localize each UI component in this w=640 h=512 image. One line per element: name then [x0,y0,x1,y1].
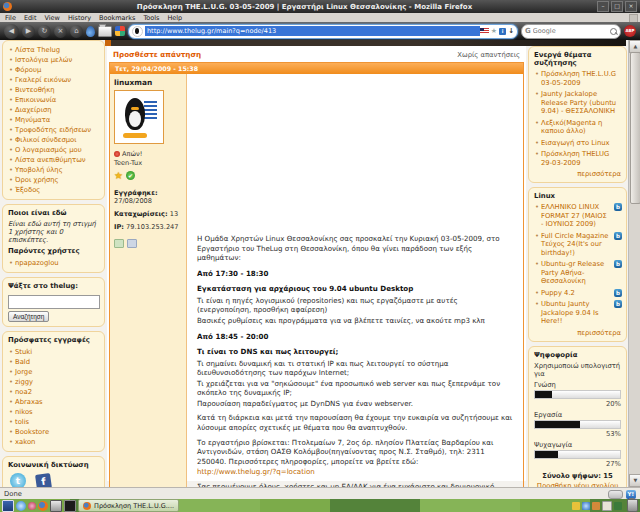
nav-item-terms[interactable]: Όροι χρήσης [8,175,99,185]
scrollbar-thumb[interactable] [630,52,640,204]
tray-updates-icon[interactable] [572,502,580,510]
tray-misc-icon[interactable] [614,502,622,510]
recent-user[interactable]: tolis [8,417,99,427]
app-launcher-icon[interactable] [28,502,36,510]
linux-news-item[interactable]: Ubuntu Jaunty Jackalope 9.04 Is Here!!b [534,300,621,326]
location-link[interactable]: http://www.thelug.gr/?q=location [197,467,315,476]
recent-user[interactable]: Stuki [8,347,99,357]
menu-view[interactable]: View [44,14,59,22]
menu-edit[interactable]: Edit [24,14,37,22]
menu-history[interactable]: History [68,14,91,22]
taskbar-window-button[interactable]: Πρόσκληση THE.L.U.G.... [78,499,179,512]
menu-tools[interactable]: Tools [143,14,159,22]
poll-bar [534,420,621,429]
add-reply-link[interactable]: Προσθέστε απάντηση [113,50,201,59]
nav-item-submit[interactable]: Υποβολή ύλης [8,165,99,175]
bookmark-star-icon[interactable]: ★ [491,28,497,35]
facebook-icon[interactable]: f [35,473,52,487]
adblock-plus-icon[interactable]: ABP [624,25,636,37]
web-search-box[interactable]: G [521,24,621,39]
tray-network-icon[interactable] [582,502,590,510]
recent-user[interactable]: xakon [8,437,99,447]
terminal-icon[interactable] [64,500,76,512]
greek-flag-icon [144,101,157,120]
nav-item-my-account[interactable]: Ο λογαριασμός μου [8,145,99,155]
site-search-button[interactable]: Αναζήτηση [8,311,49,322]
web-browser-launcher-icon[interactable] [16,501,26,511]
vertical-scrollbar[interactable]: ▲ ▼ [628,40,640,487]
topic-item[interactable]: Πρόσκληση THELUG 29-03-2009 [534,150,621,167]
nav-item-spam-list[interactable]: Λίστα ανεπιθύμητων [8,155,99,165]
maximize-button[interactable]: □ [611,1,623,12]
file-manager-icon[interactable] [50,500,62,512]
stop-button[interactable]: × [54,25,67,38]
topics-more-link[interactable]: περισσότερα [534,170,621,178]
topic-item[interactable]: Jaunty Jackalope Release Party (ubuntu 9… [534,90,621,116]
nav-item-lista-thelug[interactable]: Λίστα Thelug [8,45,99,55]
forward-button[interactable]: ▶ [22,25,35,38]
navigation-toolbar: ◀ ▶ ↻ × ⌂ http://www.thelug.gr/main?q=no… [0,22,640,40]
trash-icon[interactable] [627,499,638,512]
recent-user[interactable]: noa2 [8,387,99,397]
url-input[interactable]: http://www.thelug.gr/main?q=node/413 [145,26,480,36]
menu-help[interactable]: Help [167,14,182,22]
search-magnifier-icon[interactable] [610,28,617,35]
minimize-button[interactable]: – [597,1,609,12]
tray-notes-icon[interactable] [602,501,612,511]
recent-user[interactable]: Abraxas [8,397,99,407]
scroll-down-icon[interactable]: ▼ [629,474,640,487]
nav-item-admin[interactable]: Διαχείριση [8,105,99,115]
locale-flag-icon[interactable] [480,28,489,34]
linux-news-item[interactable]: Full Circle Magazine Τεύχος 24(It's our … [534,232,621,258]
page-info-icon[interactable]: i [499,28,506,35]
firefox-launcher-icon[interactable] [38,501,48,511]
nav-item-messages[interactable]: Μηνύματα [8,115,99,125]
present-user[interactable]: npapazoglou [8,258,99,268]
site-search-input[interactable] [8,295,100,309]
web-search-input[interactable] [531,26,610,36]
linux-news-item[interactable]: ΕΛΛΗΝΙΚΟ LINUX FORMAT 27 (ΜΑΙΟΣ - ΙΟΥΝΙΟ… [534,203,621,229]
menu-bookmarks[interactable]: Bookmarks [99,14,135,22]
linux-news-item[interactable]: Puppy 4.2b [534,289,621,298]
poll-bar [534,450,621,459]
reload-button[interactable]: ↻ [38,25,51,38]
who-is-here-text: Είναι εδώ αυτή τη στιγμή 1 χρήστης και 0… [8,220,99,244]
recent-user[interactable]: nikos [8,407,99,417]
nav-item-videos[interactable]: Βιντεοθήκη [8,85,99,95]
nav-item-links[interactable]: Φιλικοί σύνδεσμοι [8,135,99,145]
tray-volume-icon[interactable] [592,502,600,510]
nav-item-gallery[interactable]: Γκαλερί εικόνων [8,75,99,85]
close-button[interactable]: × [625,1,637,12]
status-badge[interactable] [608,490,623,499]
go-down-icon[interactable]: ↓ [508,28,514,35]
back-button[interactable]: ◀ [4,24,19,39]
post-time-heading: Από 18:45 - 20:00 [197,332,513,342]
nav-item-blogs[interactable]: Ιστολόγια μελών [8,55,99,65]
post-time-heading: Από 17:30 - 18:30 [197,269,513,279]
nav-item-logout[interactable]: Έξοδος [8,185,99,195]
linux-news-item[interactable]: Ubuntu-gr Release Party Αθήνα-Θεσσαλονίκ… [534,260,621,286]
show-desktop-icon[interactable] [2,500,14,512]
topic-item[interactable]: Λεξικό(Magenta η καποιο άλλο) [534,119,621,136]
linux-more-link[interactable]: περισσότερα [534,329,621,337]
menu-file[interactable]: File [5,14,16,22]
topic-item[interactable]: Πρόσκληση THE.L.U.G 03-05-2009 [534,70,621,87]
recent-user[interactable]: Jorge [8,367,99,377]
topic-item[interactable]: Εισαγωγή στο Linux [534,139,621,148]
nav-item-contact[interactable]: Επικοινωνία [8,95,99,105]
home-button[interactable]: ⌂ [70,25,83,38]
blog-source-icon: b [614,300,622,308]
extensions-icon[interactable] [115,26,125,36]
recent-user[interactable]: Bald [8,357,99,367]
url-bar[interactable]: http://www.thelug.gr/main?q=node/413 ★ i… [128,24,518,39]
recent-user[interactable]: Bookstore [8,427,99,437]
nav-item-feed[interactable]: Τροφοδότης ειδήσεων [8,125,99,135]
download-manager-icon[interactable] [86,26,95,37]
email-user-icon[interactable] [127,239,137,248]
recent-user[interactable]: ziggy [8,377,99,387]
edit-post-icon[interactable] [114,239,124,248]
bookmarks-folder-icon[interactable] [98,26,112,37]
twitter-icon[interactable]: t [10,473,26,487]
author-name[interactable]: linuxman [114,78,182,87]
nav-item-forum[interactable]: Φόρουμ [8,65,99,75]
